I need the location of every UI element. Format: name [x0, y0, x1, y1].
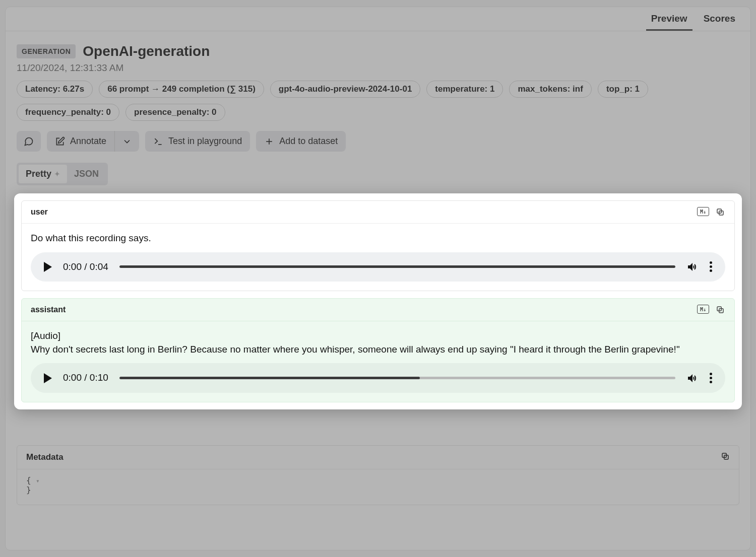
message-header: user M↓ [22, 201, 734, 224]
copy-icon[interactable] [715, 305, 725, 315]
tab-scores[interactable]: Scores [699, 7, 740, 31]
view-toggle: Pretty ✦ JSON [17, 163, 108, 185]
sparkle-icon: ✦ [54, 170, 60, 178]
time-display: 0:00 / 0:04 [63, 260, 108, 274]
message-header: assistant M↓ [22, 299, 734, 321]
terminal-icon [153, 136, 163, 147]
tabs-row: Preview Scores [6, 7, 750, 31]
timestamp: 11/20/2024, 12:31:33 AM [17, 62, 739, 74]
meta-pills: Latency: 6.27s 66 prompt → 249 completio… [17, 81, 739, 121]
pill-tokens: 66 prompt → 249 completion (∑ 315) [99, 81, 264, 98]
volume-icon[interactable] [686, 261, 699, 273]
title-row: GENERATION OpenAI-generation [17, 43, 739, 59]
volume-icon[interactable] [686, 372, 699, 384]
metadata-header: Metadata [17, 446, 739, 469]
view-pretty-label: Pretty [26, 169, 51, 179]
annotate-split: Annotate [47, 131, 139, 152]
comment-button[interactable] [17, 131, 41, 152]
message-role: user [31, 207, 48, 217]
test-playground-label: Test in playground [168, 136, 242, 147]
pill-temperature: temperature: 1 [426, 81, 503, 98]
message-body: Do what this recording says. 0:00 / 0:04 [22, 224, 734, 291]
messages-highlight-panel: user M↓ Do what this recording says. 0:0… [14, 193, 742, 409]
comment-icon [24, 136, 34, 147]
message-icons: M↓ [697, 305, 725, 315]
action-row: Annotate Test in playground Add to datas… [17, 131, 739, 152]
edit-icon [55, 136, 65, 147]
audio-progress [119, 265, 675, 268]
message-assistant: assistant M↓ [Audio] Why don't secrets l… [21, 298, 735, 402]
message-text: Do what this recording says. [31, 232, 725, 245]
message-text: [Audio] Why don't secrets last long in B… [31, 329, 725, 356]
metadata-title: Metadata [26, 452, 64, 462]
collapse-chevron-icon[interactable]: ▾ [36, 477, 39, 484]
pill-top-p: top_p: 1 [598, 81, 648, 98]
message-body: [Audio] Why don't secrets last long in B… [22, 321, 734, 402]
chevron-down-icon [122, 136, 132, 147]
pill-presence-penalty: presence_penalty: 0 [125, 104, 225, 121]
pill-model: gpt-4o-audio-preview-2024-10-01 [270, 81, 421, 98]
page-title: OpenAI-generation [83, 43, 210, 59]
audio-progress [119, 377, 420, 379]
more-menu[interactable] [710, 373, 712, 383]
messages-list: user M↓ Do what this recording says. 0:0… [21, 200, 735, 402]
audio-player: 0:00 / 0:04 [31, 252, 725, 282]
metadata-close-brace: } [26, 485, 31, 495]
play-button[interactable] [44, 262, 52, 272]
audio-player: 0:00 / 0:10 [31, 363, 725, 393]
view-json[interactable]: JSON [67, 165, 106, 183]
annotate-button[interactable]: Annotate [47, 131, 114, 152]
markdown-icon[interactable]: M↓ [697, 207, 709, 216]
view-pretty[interactable]: Pretty ✦ [19, 165, 67, 183]
copy-icon[interactable] [721, 452, 730, 463]
markdown-icon[interactable]: M↓ [697, 305, 709, 314]
tab-preview[interactable]: Preview [646, 7, 692, 31]
time-display: 0:00 / 0:10 [63, 371, 108, 385]
metadata-open-brace: { [26, 475, 31, 485]
metadata-card: Metadata { ▾ } [17, 445, 739, 505]
audio-track[interactable] [119, 377, 675, 379]
type-badge: GENERATION [17, 44, 76, 58]
copy-icon[interactable] [715, 207, 725, 217]
more-menu[interactable] [710, 261, 712, 272]
annotate-dropdown[interactable] [114, 131, 139, 152]
add-to-dataset-button[interactable]: Add to dataset [256, 131, 346, 152]
annotate-label: Annotate [70, 136, 106, 147]
message-icons: M↓ [697, 207, 725, 217]
pill-latency: Latency: 6.27s [17, 81, 93, 98]
play-button[interactable] [44, 373, 52, 383]
message-user: user M↓ Do what this recording says. 0:0… [21, 200, 735, 291]
add-to-dataset-label: Add to dataset [279, 136, 338, 147]
metadata-body: { ▾ } [17, 469, 739, 505]
pill-frequency-penalty: frequency_penalty: 0 [17, 104, 119, 121]
plus-icon [264, 136, 274, 147]
audio-track[interactable] [119, 265, 675, 268]
message-role: assistant [31, 305, 66, 314]
test-playground-button[interactable]: Test in playground [145, 131, 250, 152]
pill-max-tokens: max_tokens: inf [509, 81, 591, 98]
